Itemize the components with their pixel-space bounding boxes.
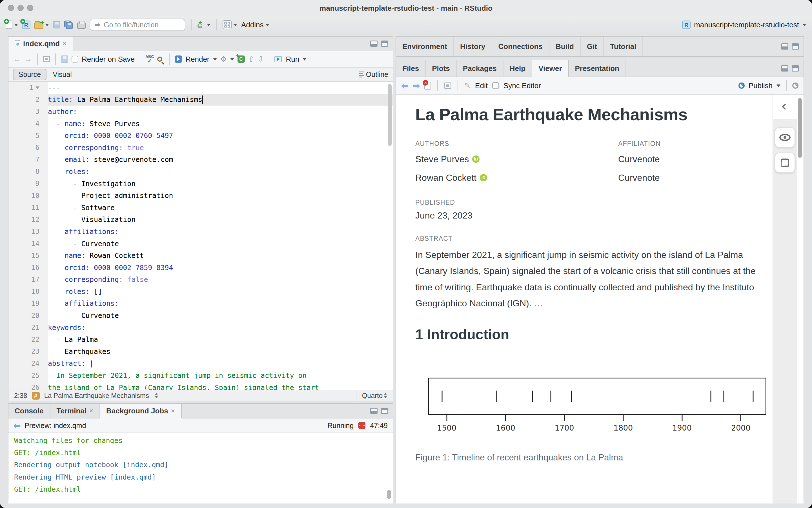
sync-editor-checkbox[interactable] [492, 82, 499, 89]
render-on-save-checkbox[interactable] [72, 56, 78, 62]
code-line[interactable]: 2title: La Palma Earthquake Mechanisms [8, 94, 393, 106]
code-line[interactable]: 7 email: steve@curvenote.com [8, 154, 393, 166]
goto-file-input[interactable]: ➦ Go to file/function [90, 18, 186, 31]
back-icon[interactable]: ← [13, 55, 21, 64]
publish-icon[interactable] [738, 83, 745, 89]
maximize-pane-icon[interactable] [792, 43, 799, 50]
maximize-pane-icon[interactable] [381, 408, 388, 414]
caret-down-icon[interactable] [776, 84, 780, 87]
tab-environment[interactable]: Environment [396, 37, 454, 56]
tab-viewer[interactable]: Viewer [532, 60, 569, 77]
forward-icon[interactable]: → [24, 55, 32, 64]
orcid-icon[interactable]: iD [472, 156, 480, 163]
spellcheck-icon[interactable]: ABC✓ [146, 55, 154, 64]
insert-chunk-icon[interactable]: C [238, 55, 245, 63]
edit-label[interactable]: Edit [475, 81, 488, 90]
close-tab-icon[interactable]: × [89, 407, 93, 415]
fold-arrow-icon[interactable] [36, 86, 39, 89]
code-line[interactable]: 8 roles: [8, 166, 393, 178]
project-menu-button[interactable]: R manuscript-template-rstudio-test [682, 20, 806, 29]
viewer-forward-icon[interactable]: ➡ [413, 81, 420, 91]
code-line[interactable]: 13 affiliations: [8, 225, 393, 238]
render-label[interactable]: Render [186, 55, 209, 64]
run-icon[interactable] [275, 56, 282, 62]
publish-label[interactable]: Publish [748, 81, 773, 90]
workspace-panes-button[interactable] [222, 20, 237, 29]
run-previous-icon[interactable]: ⇧ [248, 55, 254, 64]
tab-git[interactable]: Git [581, 37, 604, 56]
code-line[interactable]: 17 corresponding: false [8, 274, 393, 286]
tab-console[interactable]: Console [8, 404, 50, 418]
code-line[interactable]: 3author: [8, 105, 393, 118]
job-back-icon[interactable]: ⬅ [13, 421, 21, 431]
maximize-pane-icon[interactable] [792, 65, 799, 72]
version-control-button[interactable]: +−G [197, 20, 211, 29]
minimize-pane-icon[interactable] [781, 43, 788, 50]
code-line[interactable]: 19 affiliations: [8, 298, 393, 310]
minimize-pane-icon[interactable] [781, 65, 788, 72]
viewer-back-icon[interactable]: ⬅ [401, 81, 408, 91]
code-line[interactable]: 23 - Earthquakes [8, 345, 393, 357]
tab-packages[interactable]: Packages [457, 60, 503, 77]
gear-icon[interactable]: ⚙ [220, 55, 227, 63]
code-line[interactable]: 25 In September 2021, a significant jump… [8, 370, 393, 382]
tab-files[interactable]: Files [396, 60, 426, 77]
refresh-icon[interactable] [792, 83, 799, 89]
section-updown-icon[interactable] [155, 393, 158, 398]
tab-tutorial[interactable]: Tutorial [604, 37, 643, 56]
new-file-button[interactable]: + [6, 20, 18, 29]
code-line[interactable]: 26the island of La Palma (Canary Islands… [8, 382, 393, 390]
open-file-button[interactable] [34, 20, 49, 29]
collapse-panel-button[interactable] [773, 95, 797, 119]
code-line[interactable]: 16 orcid: 0000-0002-7859-8394 [8, 262, 393, 274]
code-line[interactable]: 9 - Investigation [8, 178, 393, 190]
section-navigator[interactable]: La Palma Earthquake Mechanisms [44, 392, 149, 399]
caret-down-icon[interactable] [302, 58, 307, 60]
console-scrollbar[interactable] [387, 490, 391, 499]
console-output[interactable]: Watching files for changesGET: /index.ht… [8, 433, 393, 504]
viewer-scrollbar[interactable] [798, 98, 802, 158]
preview-eye-button[interactable] [775, 127, 795, 147]
popout-icon[interactable] [43, 56, 50, 62]
code-line[interactable]: 15 - name: Rowan Cockett [8, 250, 393, 262]
code-line[interactable]: 5 orcid: 0000-0002-0760-5497 [8, 130, 393, 142]
close-tab-icon[interactable]: × [63, 40, 67, 48]
clear-viewer-icon[interactable] [424, 82, 431, 90]
caret-down-icon[interactable] [213, 58, 217, 60]
tab-visual[interactable]: Visual [48, 69, 77, 80]
tab-plots[interactable]: Plots [426, 60, 457, 77]
run-label[interactable]: Run [286, 55, 299, 64]
code-line[interactable]: 22 - La Palma [8, 333, 393, 345]
save-button[interactable] [53, 21, 60, 29]
minimize-pane-icon[interactable] [370, 41, 377, 47]
code-line[interactable]: 6 corresponding: true [8, 142, 393, 154]
tab-background-jobs[interactable]: Background Jobs× [100, 404, 182, 418]
tab-help[interactable]: Help [503, 60, 532, 77]
edit-pencil-icon[interactable]: ✎ [464, 81, 471, 90]
code-line[interactable]: 20 - Curvenote [8, 309, 393, 322]
render-icon[interactable] [175, 55, 182, 63]
search-icon[interactable] [157, 56, 162, 62]
code-line[interactable]: 1--- [8, 82, 393, 94]
code-line[interactable]: 24abstract: | [8, 357, 393, 370]
tab-history[interactable]: History [454, 37, 492, 56]
open-in-browser-icon[interactable] [444, 83, 451, 89]
code-line[interactable]: 4 - name: Steve Purves [8, 118, 393, 130]
editor-scrollbar[interactable] [388, 84, 392, 146]
save-all-button[interactable] [64, 20, 73, 29]
job-label[interactable]: Preview: index.qmd [25, 422, 86, 430]
code-line[interactable]: 14 - Curvenote [8, 238, 393, 250]
print-button[interactable] [77, 21, 86, 29]
minimize-pane-icon[interactable] [370, 408, 377, 414]
code-line[interactable]: 11 - Software [8, 202, 393, 214]
code-line[interactable]: 21keywords: [8, 322, 393, 334]
code-line[interactable]: 12 - Visualization [8, 214, 393, 226]
tab-terminal[interactable]: Terminal× [50, 404, 100, 418]
editor-tab-index-qmd[interactable]: index.qmd × [8, 37, 73, 51]
addins-button[interactable]: Addins [241, 20, 269, 29]
run-next-icon[interactable]: ⇩ [258, 55, 264, 64]
orcid-icon[interactable]: iD [480, 174, 487, 181]
tab-presentation[interactable]: Presentation [569, 60, 626, 77]
stop-job-icon[interactable]: STOP [358, 421, 366, 430]
tab-build[interactable]: Build [550, 37, 581, 56]
